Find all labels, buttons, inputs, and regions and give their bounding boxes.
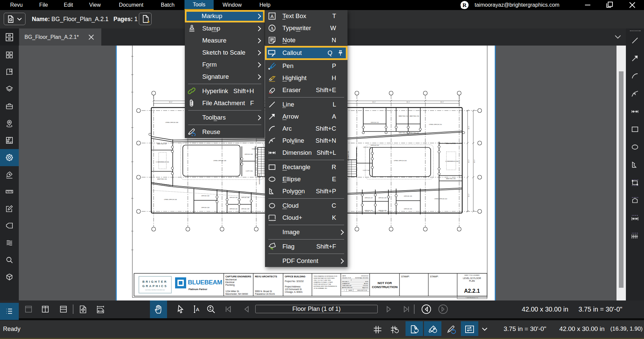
svg-text:REVU ARCHITECTS: REVU ARCHITECTS — [255, 275, 277, 278]
svg-text:OFFICE 242: OFFICE 242 — [201, 195, 210, 197]
svg-text:OPEN OFFICE 248: OPEN OFFICE 248 — [213, 160, 226, 161]
svg-text:MEETING 215: MEETING 215 — [399, 132, 409, 134]
svg-text:Plumbing: Plumbing — [225, 284, 235, 286]
svg-text:DRAWING FOR ANY OTHER: DRAWING FOR ANY OTHER — [314, 281, 333, 283]
svg-text:1234 Miller St.: 1234 Miller St. — [225, 290, 239, 292]
svg-text:EXPRESS WRITTEN PERMISSION: EXPRESS WRITTEN PERMISSION — [314, 285, 337, 287]
svg-text:CONFERENCE 246: CONFERENCE 246 — [156, 161, 169, 163]
svg-text:THIS DRAWING IS INTENDED FOR: THIS DRAWING IS INTENDED FOR — [314, 275, 337, 277]
svg-text:STAMP:: STAMP: — [401, 275, 410, 278]
svg-text:OPEN OFFICE 263: OPEN OFFICE 263 — [394, 160, 407, 161]
svg-text:OFFICE 224: OFFICE 224 — [404, 208, 412, 210]
svg-text:03/04/2014: 03/04/2014 — [361, 275, 368, 277]
svg-text:OFFICE 239: OFFICE 239 — [241, 208, 250, 210]
svg-text:OFFICE 241: OFFICE 241 — [229, 208, 238, 210]
svg-text:OPEN OFFICE 222: OPEN OFFICE 222 — [434, 198, 447, 200]
svg-text:123 Schonsett St: 123 Schonsett St — [285, 288, 302, 290]
svg-text:OFFICE 223: OFFICE 223 — [404, 195, 412, 197]
svg-text:OFFICE 249: OFFICE 249 — [245, 153, 253, 155]
svg-text:Platinum Partner: Platinum Partner — [189, 288, 207, 290]
svg-text:STAMP:: STAMP: — [430, 275, 439, 278]
svg-text:OFFICE 213: OFFICE 213 — [371, 144, 379, 146]
svg-text:A: A — [270, 14, 274, 19]
svg-text:30'-0": 30'-0" — [372, 101, 376, 103]
svg-text:A2.2.1: A2.2.1 — [464, 288, 480, 294]
svg-text:COPY 250: COPY 250 — [246, 170, 253, 172]
svg-text:MEETING 247: MEETING 247 — [157, 143, 167, 145]
svg-text:ONLY. DO NOT USE THIS: ONLY. DO NOT USE THIS — [314, 279, 331, 281]
svg-text:OFFICE BUILDING: OFFICE BUILDING — [285, 275, 306, 278]
svg-text:Electrical: Electrical — [225, 281, 234, 283]
svg-text:PLAN: PLAN — [469, 280, 475, 282]
svg-text:MEETING 214: MEETING 214 — [399, 115, 409, 117]
svg-text:OFFICE 220: OFFICE 220 — [365, 210, 373, 211]
svg-text:5555 N. Broad St: 5555 N. Broad St — [255, 290, 272, 292]
svg-text:Mechanical: Mechanical — [225, 278, 237, 281]
svg-text:MEETING 216: MEETING 216 — [410, 115, 419, 117]
svg-text:LEVEL 02 FLOOR: LEVEL 02 FLOOR — [463, 277, 481, 279]
svg-text:STORAGE 258: STORAGE 258 — [347, 151, 349, 161]
svg-text:DATE: DATE — [342, 275, 346, 277]
svg-text:30'-0": 30'-0" — [440, 101, 444, 103]
svg-text:DATE: DATE — [348, 289, 352, 291]
svg-text:CONSTRUCTION: CONSTRUCTION — [372, 285, 398, 289]
svg-text:OPEN OFFICE 210: OPEN OFFICE 210 — [429, 124, 442, 125]
svg-text:PURPOSE WITHOUT THE: PURPOSE WITHOUT THE — [314, 283, 331, 285]
svg-text:OFFICE 261: OFFICE 261 — [363, 146, 372, 148]
svg-text:60'-0": 60'-0" — [474, 159, 475, 163]
svg-text:OFFICE 212: OFFICE 212 — [371, 122, 379, 123]
svg-text:OFFICE 240: OFFICE 240 — [229, 197, 238, 198]
svg-text:COPY 262: COPY 262 — [363, 170, 370, 171]
svg-text:© 2018 Bluebeam, Inc.: © 2018 Bluebeam, Inc. — [466, 297, 479, 298]
svg-text:30'-0": 30'-0" — [468, 193, 470, 197]
svg-text:OPEN OFFICE 244: OPEN OFFICE 244 — [164, 199, 177, 200]
svg-text:DESCRIPTION: DESCRIPTION — [357, 289, 367, 291]
svg-text:30'-0": 30'-0" — [468, 126, 470, 129]
svg-text:MEETING 256: MEETING 256 — [446, 178, 456, 180]
svg-text:A: A — [196, 307, 199, 312]
svg-text:DEMONSTRATION PURPOSES: DEMONSTRATION PURPOSES — [314, 277, 335, 279]
svg-text:GRAPHICS: GRAPHICS — [142, 284, 168, 288]
svg-text:DIGITIZING CONSTRUCTION SINCE: DIGITIZING CONSTRUCTION SINCE 2002 — [145, 289, 165, 291]
svg-text:CAPTURE ENGINEERS: CAPTURE ENGINEERS — [225, 275, 251, 278]
svg-text:Chicago, IL 60601: Chicago, IL 60601 — [285, 291, 303, 293]
svg-text:OFFICE 227: OFFICE 227 — [365, 197, 373, 199]
svg-text:OFFICE 243: OFFICE 243 — [201, 207, 210, 208]
svg-text:Manchester, NH 06930: Manchester, NH 06930 — [225, 293, 248, 295]
svg-text:STAIR 251: STAIR 251 — [252, 148, 259, 150]
svg-text:30'-0": 30'-0" — [468, 159, 470, 163]
svg-text:R: R — [463, 2, 467, 8]
svg-text:OPEN OFFICE 208: OPEN OFFICE 208 — [165, 122, 178, 123]
svg-text:Pasadena CA 91101: Pasadena CA 91101 — [255, 293, 275, 295]
svg-text:#: # — [344, 289, 345, 291]
svg-text:OFFICE 225: OFFICE 225 — [378, 197, 387, 199]
svg-text:OFFICE 238: OFFICE 238 — [241, 197, 250, 198]
svg-text:30'-0": 30'-0" — [407, 101, 410, 103]
svg-text:BLUEBEAM: BLUEBEAM — [188, 279, 222, 286]
svg-text:30'-0": 30'-0" — [169, 101, 173, 103]
svg-text:Project No: 323232: Project No: 323232 — [285, 280, 304, 283]
svg-text:SHEET TITLE & NUMBER: SHEET TITLE & NUMBER — [464, 275, 479, 276]
svg-text:CONFERENCE 266: CONFERENCE 266 — [445, 160, 459, 162]
svg-text:ISSUED FOR: ISSUED FOR — [342, 277, 351, 279]
svg-text:Project Address:: Project Address: — [285, 285, 301, 288]
svg-text:A: A — [270, 26, 274, 31]
svg-text:NOT FOR: NOT FOR — [378, 281, 392, 285]
svg-text:MEETING 254: MEETING 254 — [446, 143, 456, 144]
svg-text:NURSE RM 252: NURSE RM 252 — [259, 173, 260, 184]
svg-text:INTERNAL REVIEW: INTERNAL REVIEW — [355, 277, 369, 279]
svg-text:BRIGHTER: BRIGHTER — [143, 280, 168, 283]
svg-text:MEETING 245: MEETING 245 — [157, 178, 167, 180]
svg-text:MEETING 217: MEETING 217 — [410, 132, 419, 134]
svg-text:OFFICE 226: OFFICE 226 — [378, 210, 387, 211]
svg-text:OF BLUEBEAM, INC.: OF BLUEBEAM, INC. — [314, 287, 328, 289]
